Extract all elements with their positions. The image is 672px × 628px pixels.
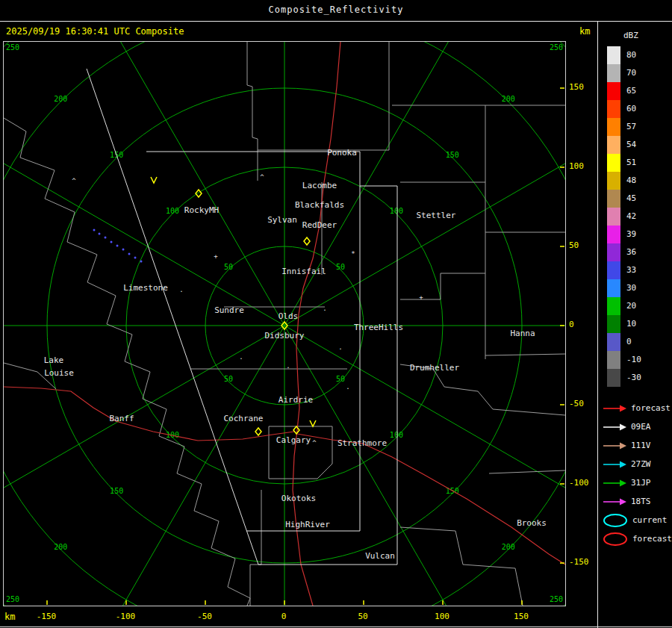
colorbar-entry: 0 xyxy=(607,333,672,351)
echo-dot xyxy=(111,241,113,243)
colorbar-value: 39 xyxy=(626,226,636,243)
x-axis-unit: km xyxy=(4,612,15,622)
y-axis-unit: km xyxy=(579,26,590,37)
city-label: Olds xyxy=(279,311,299,321)
x-axis-label: 50 xyxy=(358,612,367,621)
station-mark: ^ xyxy=(260,173,264,181)
county-boundary xyxy=(400,527,523,606)
colorbar-entry: 20 xyxy=(607,297,672,315)
colorbar-swatch xyxy=(607,315,620,333)
colorbar: 807065605754514845423936333020100-10-30 xyxy=(607,46,672,387)
legend-item: 27ZW xyxy=(602,455,672,473)
colorbar-value: 42 xyxy=(626,208,636,226)
colorbar-swatch xyxy=(607,261,620,279)
city-label: Brooks xyxy=(517,518,547,528)
colorbar-entry: 36 xyxy=(607,243,672,261)
radar-map-svg[interactable]: 5050505010010010010015015015015020020020… xyxy=(4,42,565,606)
track-arrow-icon xyxy=(602,423,627,432)
range-ring-label: 50 xyxy=(336,263,345,271)
radar-scan-outline xyxy=(258,186,397,565)
colorbar-swatch xyxy=(607,64,620,82)
colorbar-entry: 48 xyxy=(607,172,672,190)
colorbar-swatch xyxy=(607,226,620,243)
city-label: Lake xyxy=(44,355,64,365)
echo-dot xyxy=(128,253,131,255)
track-arrow-icon xyxy=(602,460,627,469)
colorbar-value: 20 xyxy=(626,297,636,315)
radar-site-icon xyxy=(304,237,310,245)
range-ring-label: 150 xyxy=(446,151,459,159)
county-boundary xyxy=(250,490,261,606)
colorbar-swatch xyxy=(607,136,620,154)
city-label: Ponoka xyxy=(327,148,357,158)
station-mark: + xyxy=(214,252,218,260)
colorbar-value: 0 xyxy=(626,333,632,351)
pointer-mark-icon xyxy=(151,177,157,183)
colorbar-entry: 57 xyxy=(607,118,672,136)
legend-item: forecast xyxy=(602,399,672,417)
colorbar-value: 30 xyxy=(626,279,636,297)
city-label: Okotoks xyxy=(281,494,316,503)
colorbar-value: 48 xyxy=(626,172,636,190)
colorbar-value: 70 xyxy=(626,64,636,82)
radar-site-icon xyxy=(196,190,202,197)
city-label: RockyMH xyxy=(184,205,219,215)
echo-dot xyxy=(122,249,125,251)
city-label: ThreeHills xyxy=(354,323,403,332)
range-ring-label: 100 xyxy=(166,207,179,215)
city-label: Didsbury xyxy=(265,331,305,341)
colorbar-value: -30 xyxy=(626,369,641,387)
county-boundary xyxy=(247,42,258,181)
city-label: Drumheller xyxy=(410,363,460,373)
city-label: Lacombe xyxy=(302,181,337,190)
x-axis-label: -50 xyxy=(197,612,212,621)
city-label: Limestone xyxy=(123,283,168,293)
echo-dot xyxy=(105,237,107,239)
radar-map-frame[interactable]: 5050505010010010010015015015015020020020… xyxy=(3,41,566,606)
range-ring-label: 50 xyxy=(224,375,233,383)
colorbar-swatch xyxy=(607,208,620,226)
y-axis-label: 150 xyxy=(569,82,599,93)
range-radial-line xyxy=(284,326,508,606)
legend-item: current xyxy=(602,511,672,529)
y-axis-label: 50 xyxy=(569,240,599,251)
colorbar-value: -10 xyxy=(626,351,641,369)
range-ring-label: 100 xyxy=(390,431,403,439)
echo-dot xyxy=(99,233,101,235)
x-axis-label: -100 xyxy=(116,612,136,621)
colorbar-entry: -10 xyxy=(607,351,672,369)
colorbar-swatch xyxy=(607,172,620,190)
track-arrow-icon xyxy=(602,497,627,506)
window-title: Composite_Reflectivity xyxy=(269,4,404,15)
colorbar-entry: 45 xyxy=(607,190,672,208)
range-ring-label: 100 xyxy=(390,207,403,215)
x-axis-label: -150 xyxy=(37,612,57,621)
side-panel: dBZ 807065605754514845423936333020100-10… xyxy=(597,22,672,628)
track-arrow-icon xyxy=(602,479,627,488)
range-radial-line xyxy=(60,326,284,606)
station-mark: + xyxy=(419,293,423,301)
colorbar-value: 54 xyxy=(626,136,636,154)
range-radial-line xyxy=(284,326,565,550)
bottom-divider xyxy=(0,627,672,627)
city-label: Strathmore xyxy=(337,438,387,448)
colorbar-entry: 51 xyxy=(607,154,672,172)
y-axis-label: -150 xyxy=(569,557,599,568)
radar-app-window: Composite_Reflectivity 2025/09/19 16:30:… xyxy=(0,0,672,628)
station-mark: . xyxy=(323,305,326,312)
county-boundary xyxy=(485,354,565,355)
colorbar-swatch xyxy=(607,369,620,387)
pointer-mark-icon xyxy=(310,420,316,426)
colorbar-swatch xyxy=(607,154,620,172)
y-axis-label: 0 xyxy=(569,320,599,330)
colorbar-swatch xyxy=(607,46,620,64)
station-mark: ^ xyxy=(72,177,76,184)
echo-dot xyxy=(140,261,143,263)
station-mark: . xyxy=(179,286,183,293)
county-boundary xyxy=(107,296,250,606)
station-mark: . xyxy=(286,362,290,370)
city-label: Airdrie xyxy=(279,395,313,405)
colorbar-entry: 39 xyxy=(607,226,672,243)
legend-label: 09EA xyxy=(631,422,651,432)
colorbar-value: 65 xyxy=(626,82,636,100)
